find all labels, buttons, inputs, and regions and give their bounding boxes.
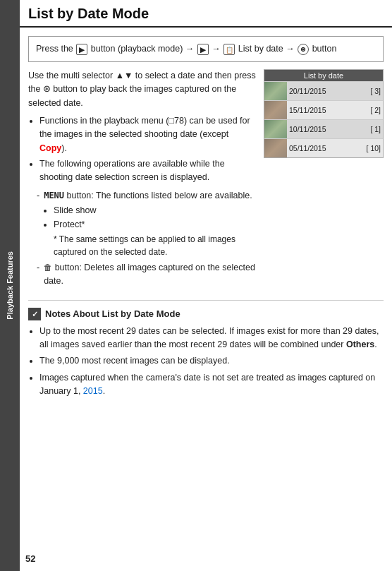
list-by-date-table: List by date 20/11/2015 [ 3] 15/11/2015 … <box>264 69 384 158</box>
others-label: Others <box>346 339 374 349</box>
main-bullet-list: Functions in the playback menu (□78) can… <box>39 114 257 185</box>
menu-item-text: MENU button: The functions listed below … <box>44 189 252 203</box>
thumb-3 <box>264 120 287 138</box>
notes-header: ✓ Notes About List by Date Mode <box>28 308 384 320</box>
sub-bullets-list: Slide show Protect* <box>54 204 257 232</box>
row-info-1: 20/11/2015 [ 3] <box>287 85 383 97</box>
table-row: 15/11/2015 [ 2] <box>264 100 383 119</box>
table-header: List by date <box>264 70 383 81</box>
notes-checkmark-icon: ✓ <box>28 308 41 320</box>
ok-button-icon: ⊛ <box>298 44 309 55</box>
main-content: List by Date Mode Press the ▶ button (pl… <box>20 0 392 571</box>
content-area: Use the multi selector ▲▼ to select a da… <box>20 69 392 571</box>
date-3: 10/11/2015 <box>289 125 326 133</box>
date-2: 15/11/2015 <box>289 106 326 114</box>
text-column: Use the multi selector ▲▼ to select a da… <box>28 69 257 291</box>
instruction-mode-text: button (playback mode) → <box>91 44 197 54</box>
dash-icon: - <box>37 189 39 203</box>
count-4: [ 10] <box>367 144 381 152</box>
note-item-2: The 9,000 most recent images can be disp… <box>39 354 384 368</box>
intro-paragraph: Use the multi selector ▲▼ to select a da… <box>28 69 257 110</box>
notes-section: ✓ Notes About List by Date Mode Up to th… <box>28 300 384 399</box>
trash-sub-item: - 🗑 button: Deletes all images captured … <box>37 261 257 289</box>
trash-item-text: 🗑 button: Deletes all images captured on… <box>44 261 257 289</box>
image-column: List by date 20/11/2015 [ 3] 15/11/2015 … <box>264 69 384 291</box>
row-info-3: 10/11/2015 [ 1] <box>287 124 383 135</box>
playback-button2-icon: ▶ <box>197 44 209 55</box>
protect-item: Protect* <box>54 218 257 232</box>
row-info-4: 05/11/2015 [ 10] <box>287 143 383 154</box>
count-3: [ 1] <box>370 125 381 133</box>
date-1: 20/11/2015 <box>289 87 326 95</box>
count-1: [ 3] <box>370 87 381 95</box>
thumb-4 <box>264 139 287 157</box>
menu-sub-item: - MENU button: The functions listed belo… <box>37 189 257 203</box>
table-row: 05/11/2015 [ 10] <box>264 138 383 157</box>
notes-list: Up to the most recent 29 dates can be se… <box>39 325 384 399</box>
page-title: List by Date Mode <box>28 6 149 21</box>
bullet-item-2: The following operations are available w… <box>39 157 257 185</box>
page-number: 52 <box>25 553 35 564</box>
copy-highlight: Copy <box>39 143 61 153</box>
thumb-2 <box>264 101 287 119</box>
note-item-1: Up to the most recent 29 dates can be se… <box>39 325 384 352</box>
date-4: 05/11/2015 <box>289 144 326 152</box>
thumb-1 <box>264 82 287 100</box>
notes-title: Notes About List by Date Mode <box>45 308 180 319</box>
row-info-2: 15/11/2015 [ 2] <box>287 104 383 116</box>
sidebar-label: Playback Features <box>6 251 14 320</box>
instruction-text: Press the <box>36 44 75 54</box>
list-by-date-icon: 📋 <box>223 44 235 55</box>
playback-button-icon: ▶ <box>76 44 87 55</box>
sidebar: Playback Features <box>0 0 20 571</box>
table-row: 10/11/2015 [ 1] <box>264 119 383 138</box>
table-row: 20/11/2015 [ 3] <box>264 81 383 100</box>
dash2-icon: - <box>37 261 39 275</box>
instruction-btn-label: button <box>312 44 337 54</box>
instruction-box: Press the ▶ button (playback mode) → ▶ →… <box>28 36 384 62</box>
two-column-section: Use the multi selector ▲▼ to select a da… <box>28 69 384 291</box>
instruction-arrow2: → <box>212 44 223 54</box>
instruction-list-label: List by date → <box>238 44 297 54</box>
menu-label: MENU <box>44 191 64 200</box>
page-header: List by Date Mode <box>20 0 392 28</box>
count-2: [ 2] <box>370 106 381 114</box>
note-item-3: Images captured when the camera's date i… <box>39 371 384 399</box>
year-highlight: 2015 <box>83 386 103 396</box>
bullet-item-1: Functions in the playback menu (□78) can… <box>39 114 257 155</box>
trash-icon: 🗑 <box>44 261 52 275</box>
sub-section: - MENU button: The functions listed belo… <box>37 189 257 289</box>
slide-show-item: Slide show <box>54 204 257 217</box>
asterisk-note: * The same settings can be applied to al… <box>54 233 257 258</box>
